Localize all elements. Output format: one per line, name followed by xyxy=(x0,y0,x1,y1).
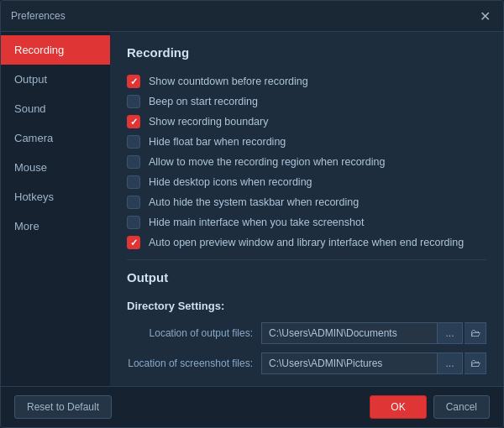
checkbox-floatbar-label: Hide float bar when recording xyxy=(149,136,286,148)
output-section-title: Output xyxy=(127,270,486,290)
checkbox-main: Hide main interface when you take screen… xyxy=(127,216,486,229)
preferences-dialog: Preferences ✕ Recording Output Sound Cam… xyxy=(0,0,504,428)
checkbox-taskbar-label: Auto hide the system taskbar when record… xyxy=(149,196,359,208)
checkbox-countdown-box[interactable] xyxy=(127,75,140,88)
checkbox-taskbar-box[interactable] xyxy=(127,196,140,209)
title-bar: Preferences ✕ xyxy=(1,1,503,32)
checkbox-preview: Auto open preview window and library int… xyxy=(127,236,486,249)
footer-right: OK Cancel xyxy=(370,395,490,419)
checkbox-taskbar: Auto hide the system taskbar when record… xyxy=(127,196,486,209)
sidebar: Recording Output Sound Camera Mouse Hotk… xyxy=(1,32,110,386)
checkbox-floatbar-box[interactable] xyxy=(127,135,140,149)
sidebar-item-camera[interactable]: Camera xyxy=(1,123,110,153)
dialog-title: Preferences xyxy=(11,10,66,22)
directory-settings-title: Directory Settings: xyxy=(127,300,486,312)
main-content: Recording Output Sound Camera Mouse Hotk… xyxy=(1,32,503,386)
checkbox-countdown-label: Show countdown before recording xyxy=(149,76,308,87)
ok-button[interactable]: OK xyxy=(370,395,426,419)
checkbox-boundary-label: Show recording boundary xyxy=(149,116,268,128)
content-area: Recording Show countdown before recordin… xyxy=(110,32,503,386)
output-files-folder-button[interactable]: 🗁 xyxy=(465,322,486,344)
checkbox-boundary: Show recording boundary xyxy=(127,115,486,128)
checkbox-desktop-label: Hide desktop icons when recording xyxy=(149,176,312,188)
checkbox-desktop-box[interactable] xyxy=(127,175,140,189)
checkbox-main-box[interactable] xyxy=(127,216,140,229)
screenshot-files-folder-button[interactable]: 🗁 xyxy=(465,352,486,374)
sidebar-item-recording[interactable]: Recording xyxy=(1,35,110,65)
screenshot-files-dots-button[interactable]: ... xyxy=(438,352,463,374)
checkbox-desktop: Hide desktop icons when recording xyxy=(127,175,486,189)
checkbox-beep-label: Beep on start recording xyxy=(149,96,258,107)
output-files-label: Location of output files: xyxy=(127,327,261,339)
close-button[interactable]: ✕ xyxy=(476,8,493,24)
section-divider xyxy=(127,259,486,260)
recording-section-title: Recording xyxy=(127,45,486,65)
checkbox-preview-label: Auto open preview window and library int… xyxy=(149,237,464,248)
checkbox-floatbar: Hide float bar when recording xyxy=(127,135,486,149)
checkbox-move-label: Allow to move the recording region when … xyxy=(149,156,385,168)
screenshot-files-row: Location of screenshot files: ... 🗁 xyxy=(127,352,486,374)
sidebar-item-output[interactable]: Output xyxy=(1,65,110,94)
sidebar-item-more[interactable]: More xyxy=(1,211,110,241)
checkbox-move-box[interactable] xyxy=(127,155,140,169)
output-files-row: Location of output files: ... 🗁 xyxy=(127,322,486,344)
sidebar-item-sound[interactable]: Sound xyxy=(1,94,110,123)
output-files-input-group: ... 🗁 xyxy=(261,322,486,344)
checkbox-move: Allow to move the recording region when … xyxy=(127,155,486,169)
screenshot-files-input-group: ... 🗁 xyxy=(261,352,486,374)
checkbox-beep-box[interactable] xyxy=(127,95,140,108)
sidebar-item-hotkeys[interactable]: Hotkeys xyxy=(1,182,110,211)
checkbox-countdown: Show countdown before recording xyxy=(127,75,486,88)
footer: Reset to Default OK Cancel xyxy=(1,386,503,427)
output-files-input[interactable] xyxy=(261,322,438,344)
checkbox-beep: Beep on start recording xyxy=(127,95,486,108)
screenshot-files-label: Location of screenshot files: xyxy=(127,358,261,369)
screenshot-files-input[interactable] xyxy=(261,352,438,374)
checkbox-boundary-box[interactable] xyxy=(127,115,140,128)
checkbox-preview-box[interactable] xyxy=(127,236,140,249)
output-files-dots-button[interactable]: ... xyxy=(438,322,463,344)
sidebar-item-mouse[interactable]: Mouse xyxy=(1,153,110,182)
checkbox-main-label: Hide main interface when you take screen… xyxy=(149,217,364,228)
reset-button[interactable]: Reset to Default xyxy=(14,395,112,419)
cancel-button[interactable]: Cancel xyxy=(433,395,490,419)
